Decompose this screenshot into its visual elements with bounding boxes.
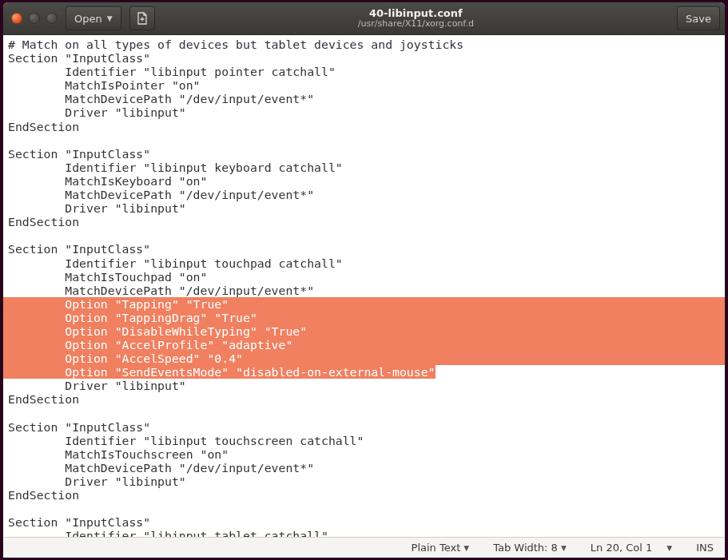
editor-line[interactable]: Section "InputClass" [8, 51, 725, 65]
editor-line[interactable] [8, 407, 725, 420]
tab-width-label: Tab Width: 8 [493, 542, 558, 554]
minimize-icon[interactable] [29, 13, 40, 24]
insert-mode[interactable]: INS [696, 542, 714, 554]
title-block: 40-libinput.conf /usr/share/X11/xorg.con… [163, 8, 669, 29]
chevron-down-icon: ▼ [107, 14, 113, 22]
editor-line[interactable]: Identifier "libinput keyboard catchall" [8, 161, 725, 174]
editor-line[interactable]: # Match on all types of devices but tabl… [8, 38, 725, 51]
save-button-label: Save [686, 13, 711, 25]
document-title: 40-libinput.conf [163, 8, 669, 19]
editor-line[interactable]: Option "DisableWhileTyping" "True" [3, 324, 725, 338]
syntax-label: Plain Text [412, 542, 461, 554]
editor-line[interactable]: Option "TappingDrag" "True" [3, 311, 725, 324]
chevron-down-icon: ▼ [561, 544, 567, 552]
text-editor-window: Open ▼ 40-libinput.conf /usr/share/X11/x… [3, 2, 725, 558]
tab-width-selector[interactable]: Tab Width: 8 ▼ [493, 542, 567, 554]
statusbar: Plain Text ▼ Tab Width: 8 ▼ Ln 20, Col 1… [3, 537, 725, 558]
editor-line[interactable]: Section "InputClass" [8, 147, 725, 161]
editor-line[interactable]: MatchDevicePath "/dev/input/event*" [8, 188, 725, 201]
editor-line[interactable]: MatchDevicePath "/dev/input/event*" [8, 284, 725, 297]
new-document-icon [137, 12, 148, 25]
editor-line[interactable]: Driver "libinput" [8, 201, 725, 215]
editor-line[interactable]: Driver "libinput" [8, 105, 725, 119]
editor-line[interactable]: Driver "libinput" [8, 379, 725, 392]
open-button[interactable]: Open ▼ [66, 6, 121, 30]
editor-line[interactable]: MatchIsKeyboard "on" [8, 174, 725, 188]
headerbar: Open ▼ 40-libinput.conf /usr/share/X11/x… [3, 2, 725, 35]
editor-line[interactable]: MatchDevicePath "/dev/input/event*" [8, 92, 725, 105]
editor-line[interactable]: MatchIsPointer "on" [8, 78, 725, 92]
editor-line[interactable]: MatchIsTouchpad "on" [8, 270, 725, 284]
chevron-down-icon: ▼ [463, 544, 469, 552]
editor-line[interactable]: Driver "libinput" [8, 475, 725, 488]
insert-mode-label: INS [696, 542, 714, 554]
cursor-position[interactable]: Ln 20, Col 1 ▼ [591, 542, 672, 554]
editor-line[interactable]: Identifier "libinput touchpad catchall" [8, 256, 725, 270]
chevron-down-icon: ▼ [666, 544, 672, 552]
editor-line[interactable]: Section "InputClass" [8, 420, 725, 434]
save-button[interactable]: Save [677, 6, 720, 30]
cursor-position-label: Ln 20, Col 1 [591, 542, 652, 554]
new-document-button[interactable] [129, 6, 155, 30]
editor-line[interactable] [8, 228, 725, 242]
editor-line[interactable]: Option "AccelSpeed" "0.4" [3, 351, 725, 365]
syntax-selector[interactable]: Plain Text ▼ [412, 542, 470, 554]
open-button-label: Open [74, 13, 102, 25]
editor-line[interactable] [8, 133, 725, 147]
editor-line[interactable]: EndSection [8, 392, 725, 406]
close-icon[interactable] [11, 13, 22, 24]
editor-text-area[interactable]: # Match on all types of devices but tabl… [3, 35, 725, 537]
editor-line[interactable]: Option "AccelProfile" "adaptive" [3, 338, 725, 351]
editor-line[interactable]: Identifier "libinput pointer catchall" [8, 65, 725, 78]
window-controls [8, 13, 58, 24]
editor-line[interactable]: EndSection [8, 215, 725, 228]
editor-line[interactable]: EndSection [8, 120, 725, 133]
document-path: /usr/share/X11/xorg.conf.d [163, 19, 669, 29]
editor-line[interactable]: Section "InputClass" [8, 242, 725, 256]
editor-line[interactable]: Identifier "libinput touchscreen catchal… [8, 434, 725, 447]
editor-line[interactable]: Section "InputClass" [8, 515, 725, 529]
editor-line[interactable]: MatchIsTouchscreen "on" [8, 447, 725, 461]
editor-line[interactable]: Option "Tapping" "True" [3, 297, 725, 311]
editor-line[interactable]: MatchDevicePath "/dev/input/event*" [8, 461, 725, 475]
editor-line[interactable]: Identifier "libinput tablet catchall" [8, 529, 725, 537]
editor-line[interactable]: EndSection [8, 488, 725, 502]
editor-line[interactable]: Option "SendEventsMode" "disabled-on-ext… [8, 365, 725, 379]
editor-line[interactable] [8, 502, 725, 515]
maximize-icon[interactable] [46, 13, 58, 24]
